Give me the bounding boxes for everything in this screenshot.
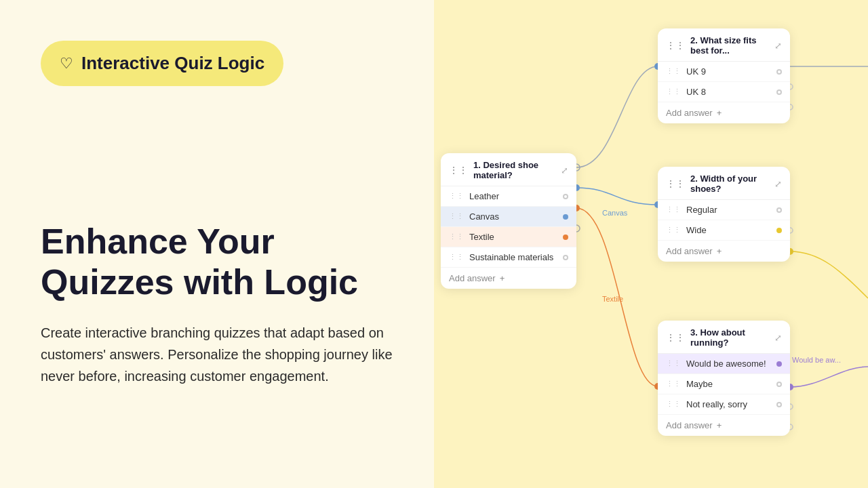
card-width-expand[interactable]: ⤢ <box>774 179 782 189</box>
answer-text-awesome: Would be awesome! <box>686 359 771 369</box>
drag-icon-sustainable: ⋮⋮ <box>449 253 464 262</box>
card-size-icon: ⋮⋮ <box>666 40 685 51</box>
answer-wide: ⋮⋮ Wide <box>658 220 790 241</box>
dot-not-really <box>776 402 782 407</box>
add-answer-material[interactable]: Add answer + <box>441 268 576 289</box>
add-plus-material: + <box>500 273 505 283</box>
dot-regular <box>776 207 782 213</box>
answer-text-regular: Regular <box>686 205 771 215</box>
answer-uk9: ⋮⋮ UK 9 <box>658 62 790 82</box>
answer-text-canvas: Canvas <box>469 211 557 222</box>
card-width-title: 2. Width of your shoes? <box>690 174 774 194</box>
dot-wide <box>776 228 782 233</box>
answer-leather: ⋮⋮ Leather <box>441 186 576 207</box>
card-size-header: ⋮⋮ 2. What size fits best for... ⤢ <box>658 28 790 62</box>
card-running-header: ⋮⋮ 3. How about running? ⤢ <box>658 321 790 354</box>
card-running-expand[interactable]: ⤢ <box>774 333 782 343</box>
drag-icon-canvas: ⋮⋮ <box>449 212 464 221</box>
answer-text-not-really: Not really, sorry <box>686 399 771 409</box>
answer-text-sustainable: Sustainable materials <box>469 252 557 262</box>
card-material-header: ⋮⋮ 1. Desired shoe material? ⤢ <box>441 153 576 186</box>
badge-text: Interactive Quiz Logic <box>81 53 264 74</box>
add-plus-size: + <box>717 108 722 118</box>
sub-description: Create interactive branching quizzes tha… <box>41 322 393 387</box>
drag-icon-wide: ⋮⋮ <box>666 226 681 235</box>
card-material-title: 1. Desired shoe material? <box>473 160 561 180</box>
canvas-label: Canvas <box>602 209 627 217</box>
answer-awesome: ⋮⋮ Would be awesome! <box>658 354 790 374</box>
answer-text-textile: Textile <box>469 232 557 242</box>
card-size-title: 2. What size fits best for... <box>690 35 774 56</box>
dot-sustainable <box>563 255 568 260</box>
drag-icon-maybe: ⋮⋮ <box>666 380 681 388</box>
card-running-title: 3. How about running? <box>690 327 774 348</box>
dot-maybe <box>776 382 782 387</box>
drag-icon-leather: ⋮⋮ <box>449 192 464 201</box>
card-size-expand[interactable]: ⤢ <box>774 41 782 51</box>
card-size: ⋮⋮ 2. What size fits best for... ⤢ ⋮⋮ UK… <box>658 28 790 123</box>
add-icon-material: Add answer <box>449 273 496 283</box>
dot-uk8 <box>776 89 782 95</box>
add-plus-running: + <box>717 420 722 430</box>
dot-textile <box>563 235 568 240</box>
drag-icon-uk9: ⋮⋮ <box>666 67 681 76</box>
drag-icon-uk8: ⋮⋮ <box>666 87 681 96</box>
drag-icon-awesome: ⋮⋮ <box>666 359 681 368</box>
card-width: ⋮⋮ 2. Width of your shoes? ⤢ ⋮⋮ Regular … <box>658 167 790 262</box>
answer-uk8: ⋮⋮ UK 8 <box>658 82 790 102</box>
heart-icon: ♡ <box>60 55 73 73</box>
answer-text-wide: Wide <box>686 225 771 235</box>
add-plus-width: + <box>717 246 722 256</box>
dot-canvas <box>563 214 568 220</box>
answer-maybe: ⋮⋮ Maybe <box>658 374 790 394</box>
answer-text-maybe: Maybe <box>686 379 771 389</box>
dot-awesome <box>776 361 782 367</box>
answer-text-uk8: UK 8 <box>686 87 771 97</box>
drag-icon-textile: ⋮⋮ <box>449 232 464 241</box>
answer-sustainable: ⋮⋮ Sustainable materials <box>441 247 576 268</box>
answer-not-really: ⋮⋮ Not really, sorry <box>658 394 790 415</box>
drag-icon-regular: ⋮⋮ <box>666 205 681 214</box>
card-material: ⋮⋮ 1. Desired shoe material? ⤢ ⋮⋮ Leathe… <box>441 153 576 289</box>
add-label-running: Add answer <box>666 420 713 430</box>
answer-regular: ⋮⋮ Regular <box>658 200 790 220</box>
answer-canvas: ⋮⋮ Canvas <box>441 207 576 227</box>
add-answer-running[interactable]: Add answer + <box>658 415 790 436</box>
card-running: ⋮⋮ 3. How about running? ⤢ ⋮⋮ Would be a… <box>658 321 790 436</box>
answer-text-leather: Leather <box>469 191 557 201</box>
card-material-expand[interactable]: ⤢ <box>561 165 568 176</box>
right-panel: Canvas Textile Would be aw... ⋮⋮ 1. Desi… <box>434 0 868 488</box>
textile-label: Textile <box>602 295 623 303</box>
add-answer-width[interactable]: Add answer + <box>658 241 790 262</box>
title-badge: ♡ Interactive Quiz Logic <box>41 41 283 86</box>
dot-uk9 <box>776 69 782 75</box>
would-be-label: Would be aw... <box>792 356 841 364</box>
drag-icon-not-really: ⋮⋮ <box>666 400 681 409</box>
add-label-width: Add answer <box>666 246 713 256</box>
answer-text-uk9: UK 9 <box>686 66 771 77</box>
add-answer-size[interactable]: Add answer + <box>658 102 790 123</box>
main-heading: Enhance Your Quizzes with Logic <box>41 222 393 303</box>
answer-textile: ⋮⋮ Textile <box>441 227 576 247</box>
add-label-size: Add answer <box>666 108 713 118</box>
left-panel: ♡ Interactive Quiz Logic Enhance Your Qu… <box>0 0 434 488</box>
card-width-header: ⋮⋮ 2. Width of your shoes? ⤢ <box>658 167 790 200</box>
card-material-icon: ⋮⋮ <box>449 165 468 176</box>
card-running-icon: ⋮⋮ <box>666 332 685 343</box>
card-width-icon: ⋮⋮ <box>666 178 685 189</box>
dot-leather <box>563 194 568 199</box>
